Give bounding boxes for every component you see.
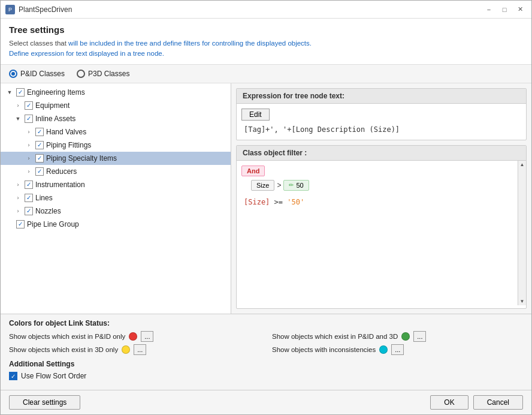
tree-toggle-pipeline-group[interactable] xyxy=(5,220,14,228)
header-desc-link2[interactable]: Define expression for text displayed in … xyxy=(9,50,164,57)
maximize-button[interactable]: □ xyxy=(498,4,511,15)
radio-p3d[interactable]: P3D Classes xyxy=(77,70,129,78)
expression-panel-content: Edit [Tag]+', '+[Long Description (Size)… xyxy=(237,104,526,140)
expression-panel-header: Expression for tree node text: xyxy=(237,89,526,104)
filter-value-chip[interactable]: ✏ 50 xyxy=(283,180,309,191)
filter-expr-value: '50' xyxy=(287,198,304,206)
tree-toggle-reducers[interactable]: › xyxy=(25,167,33,176)
radio-pid-circle xyxy=(9,70,17,78)
color-row-pid-only: Show objects which exist in P&ID only ..… xyxy=(9,331,260,342)
tree-toggle-engineering[interactable]: ▼ xyxy=(5,88,14,97)
tree-label-reducers: Reducers xyxy=(46,167,77,176)
header-section: Tree settings Select classes that will b… xyxy=(1,19,531,65)
tree-label-engineering: Engineering Items xyxy=(27,88,85,97)
tree-toggle-lines[interactable]: › xyxy=(14,194,22,202)
tree-item-lines[interactable]: › Lines xyxy=(1,191,231,205)
scroll-up-arrow[interactable]: ▲ xyxy=(518,161,526,169)
tree-item-pipeline-group[interactable]: Pipe Line Group xyxy=(1,218,231,231)
tree-label-pipeline-group: Pipe Line Group xyxy=(27,220,79,228)
tree-checkbox-engineering[interactable] xyxy=(16,88,25,97)
tree-label-lines: Lines xyxy=(35,194,53,202)
color-label-inconsistencies: Show objects with inconsistencies xyxy=(272,346,376,353)
tree-checkbox-inline-assets[interactable] xyxy=(25,115,33,123)
tree-item-inline-assets[interactable]: ▼ Inline Assets xyxy=(1,112,231,125)
tree-toggle-instrumentation[interactable]: › xyxy=(14,181,22,189)
tree-checkbox-piping-specialty[interactable] xyxy=(35,154,44,163)
tree-item-piping-specialty[interactable]: › Piping Specialty Items xyxy=(1,152,231,165)
tree-checkbox-lines[interactable] xyxy=(25,194,33,202)
color-btn-3d-only[interactable]: ... xyxy=(134,344,146,355)
additional-section-title: Additional Settings xyxy=(9,360,523,368)
right-panel: Expression for tree node text: Edit [Tag… xyxy=(231,83,531,314)
color-btn-pid-only[interactable]: ... xyxy=(141,331,153,342)
scroll-down-arrow[interactable]: ▼ xyxy=(518,297,526,305)
filter-condition-row: Size > ✏ 50 xyxy=(251,180,521,191)
header-desc-link1: will be included in the tree and define … xyxy=(68,40,312,47)
bottom-section: Colors for object Link Status: Show obje… xyxy=(1,314,531,390)
tree-label-nozzles: Nozzles xyxy=(35,207,61,215)
tree-checkbox-instrumentation[interactable] xyxy=(25,181,33,189)
tree-item-engineering[interactable]: ▼ Engineering Items xyxy=(1,86,231,99)
color-label-3d-only: Show objects which exist in 3D only xyxy=(9,346,118,353)
window-content: Tree settings Select classes that will b… xyxy=(1,19,531,414)
color-btn-pid-3d[interactable]: ... xyxy=(413,331,426,342)
tree-label-equipment: Equipment xyxy=(35,101,69,110)
filter-scrollbar[interactable]: ▲ ▼ xyxy=(518,161,526,306)
radio-row: P&ID Classes P3D Classes xyxy=(1,65,531,83)
expression-text: [Tag]+', '+[Long Description (Size)] xyxy=(241,124,521,135)
ok-button[interactable]: OK xyxy=(430,395,468,410)
tree-toggle-nozzles[interactable]: › xyxy=(14,207,22,215)
edit-value-icon: ✏ xyxy=(289,182,294,188)
tree-toggle-piping-specialty[interactable]: › xyxy=(25,154,33,163)
scroll-track xyxy=(518,169,526,297)
red-dot xyxy=(129,332,137,341)
additional-section: Additional Settings Use Flow Sort Order xyxy=(9,360,523,380)
filter-panel: Class object filter : And Size > ✏ 50 xyxy=(236,145,527,309)
flow-sort-checkbox[interactable] xyxy=(9,372,17,380)
clear-settings-button[interactable]: Clear settings xyxy=(9,395,80,410)
color-row-inconsistencies: Show objects with inconsistencies ... xyxy=(272,344,523,355)
tree-item-reducers[interactable]: › Reducers xyxy=(1,165,231,178)
color-label-pid-3d: Show objects which exist in P&ID and 3D xyxy=(272,333,398,340)
tree-item-nozzles[interactable]: › Nozzles xyxy=(1,205,231,218)
flow-sort-row: Use Flow Sort Order xyxy=(9,372,523,380)
radio-pid[interactable]: P&ID Classes xyxy=(9,70,65,78)
main-area: ▼ Engineering Items › Equipment ▼ Inline xyxy=(1,83,531,314)
yellow-dot xyxy=(122,345,130,354)
minimize-button[interactable]: − xyxy=(482,4,495,15)
tree-item-piping-fittings[interactable]: › Piping Fittings xyxy=(1,139,231,152)
tree-toggle-piping-fittings[interactable]: › xyxy=(25,141,33,149)
tree-item-hand-valves[interactable]: › Hand Valves xyxy=(1,125,231,139)
colors-section: Colors for object Link Status: Show obje… xyxy=(9,319,523,355)
radio-p3d-label: P3D Classes xyxy=(88,70,129,78)
tree-item-instrumentation[interactable]: › Instrumentation xyxy=(1,178,231,191)
tree-label-hand-valves: Hand Valves xyxy=(46,128,86,136)
tree-checkbox-piping-fittings[interactable] xyxy=(35,141,44,149)
filter-panel-header: Class object filter : xyxy=(237,146,526,161)
app-icon: P xyxy=(5,5,15,14)
tree-item-equipment[interactable]: › Equipment xyxy=(1,99,231,112)
color-label-pid-only: Show objects which exist in P&ID only xyxy=(9,333,125,340)
color-btn-inconsistencies[interactable]: ... xyxy=(391,344,404,355)
title-bar: P PlantSpecDriven − □ ✕ xyxy=(1,1,531,19)
tree-checkbox-pipeline-group[interactable] xyxy=(16,220,25,228)
tree-checkbox-hand-valves[interactable] xyxy=(35,128,44,136)
filter-and-badge[interactable]: And xyxy=(241,166,265,176)
edit-expression-button[interactable]: Edit xyxy=(241,109,270,121)
close-button[interactable]: ✕ xyxy=(513,4,527,15)
tree-toggle-hand-valves[interactable]: › xyxy=(25,128,33,136)
filter-expr-field: [Size] xyxy=(244,198,270,206)
tree-toggle-inline-assets[interactable]: ▼ xyxy=(14,115,22,123)
expression-panel: Expression for tree node text: Edit [Tag… xyxy=(236,88,527,140)
page-title: Tree settings xyxy=(9,25,523,35)
filter-operator: > xyxy=(277,181,281,190)
tree-label-instrumentation: Instrumentation xyxy=(35,181,85,189)
cyan-dot xyxy=(379,345,388,354)
tree-toggle-equipment[interactable]: › xyxy=(14,101,22,110)
cancel-button[interactable]: Cancel xyxy=(473,395,523,410)
tree-checkbox-reducers[interactable] xyxy=(35,167,44,176)
tree-label-piping-fittings: Piping Fittings xyxy=(46,141,91,149)
filter-field-chip[interactable]: Size xyxy=(251,180,274,191)
tree-checkbox-nozzles[interactable] xyxy=(25,207,33,215)
tree-checkbox-equipment[interactable] xyxy=(25,101,33,110)
